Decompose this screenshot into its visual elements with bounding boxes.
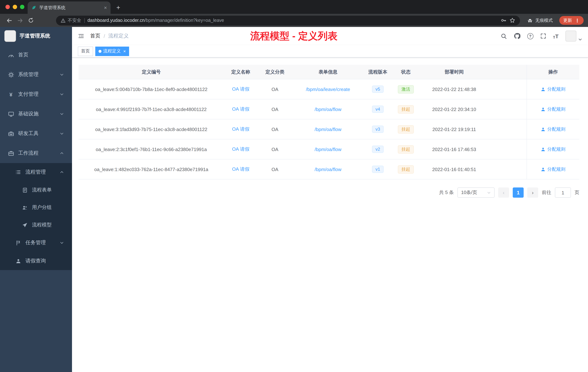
definition-name-link[interactable]: OA 请假 xyxy=(232,126,249,132)
github-icon[interactable] xyxy=(514,33,520,39)
workflow-submenu: 流程管理 流程表单 用户分组 xyxy=(0,163,72,270)
tag-close-icon[interactable]: × xyxy=(123,49,126,54)
form-link[interactable]: /bpm/oa/flow xyxy=(315,127,341,132)
user-menu[interactable] xyxy=(566,31,582,42)
sidebar-item-process-mgmt[interactable]: 流程管理 xyxy=(0,163,72,181)
header-definition-id: 定义编号 xyxy=(79,65,224,79)
fullscreen-icon[interactable] xyxy=(540,33,546,39)
breadcrumb: 首页 / 流程定义 xyxy=(90,33,129,39)
search-icon[interactable] xyxy=(501,33,507,39)
version-badge: v5 xyxy=(372,86,384,93)
menu-fold-button[interactable] xyxy=(78,33,84,39)
incognito-label: 无痕模式 xyxy=(535,17,553,23)
definition-table: 定义编号 定义名称 定义分类 表单信息 流程版本 状态 部署时间 操作 oa_l… xyxy=(79,65,579,179)
cell-deploy-time: 2022-01-22 21:48:38 xyxy=(420,79,489,99)
forward-button[interactable] xyxy=(15,16,25,25)
sidebar-item-home[interactable]: 首页 xyxy=(0,45,72,65)
font-size-icon[interactable]: TT xyxy=(553,33,558,39)
definition-name-link[interactable]: OA 请假 xyxy=(232,106,249,112)
window-close-button[interactable] xyxy=(5,5,10,9)
update-button[interactable]: 更新 ⋮ xyxy=(559,16,584,25)
table-row: oa_leave:1:482ec033-762a-11ec-8477-a2380… xyxy=(79,159,579,179)
header-definition-category: 定义分类 xyxy=(257,65,292,79)
browser-tab[interactable]: 芋道管理系统 × xyxy=(28,1,111,14)
status-badge: 挂起 xyxy=(398,145,414,153)
definition-name-link[interactable]: OA 请假 xyxy=(232,146,249,153)
pagination: 共 5 条 10条/页 ‹ 1 › 前往 页 xyxy=(79,187,579,198)
form-link[interactable]: /bpm/oa/flow xyxy=(315,107,341,112)
browser-toolbar: 不安全 dashboard.yudao.iocoder.cn/bpm/manag… xyxy=(0,14,588,27)
tag-current[interactable]: 流程定义 × xyxy=(95,46,129,56)
sidebar-item-system[interactable]: 系统管理 xyxy=(0,65,72,85)
sidebar-item-workflow[interactable]: 工作流程 xyxy=(0,143,72,163)
status-badge: 挂起 xyxy=(398,105,414,113)
page-size-value: 10条/页 xyxy=(461,189,477,196)
page-size-select[interactable]: 10条/页 xyxy=(457,187,494,198)
assign-rule-link[interactable]: 分配规则 xyxy=(541,86,566,92)
goto-page-input[interactable] xyxy=(555,187,571,198)
reload-button[interactable] xyxy=(26,16,36,25)
sidebar-item-leave-query[interactable]: 请假查询 xyxy=(0,252,72,270)
form-link[interactable]: /bpm/oa/leave/create xyxy=(306,87,350,92)
form-link[interactable]: /bpm/oa/flow xyxy=(315,146,341,152)
chevron-down-icon xyxy=(58,92,65,97)
tag-home[interactable]: 首页 xyxy=(78,46,93,56)
sidebar-item-user-group[interactable]: 用户分组 xyxy=(0,199,72,216)
window-minimize-button[interactable] xyxy=(13,5,17,9)
cell-category: OA xyxy=(257,99,292,119)
header-actions: 操作 xyxy=(526,65,579,79)
assign-rule-link[interactable]: 分配规则 xyxy=(541,146,566,152)
form-link[interactable]: /bpm/oa/flow xyxy=(315,166,341,172)
security-status[interactable]: 不安全 xyxy=(61,17,81,23)
briefcase-icon xyxy=(7,150,15,156)
next-page-button[interactable]: › xyxy=(527,187,538,198)
page-1-button[interactable]: 1 xyxy=(513,187,524,198)
assign-rule-link[interactable]: 分配规则 xyxy=(541,126,566,132)
cell-definition-id: oa_leave:3:1fad3d93-7b75-11ec-a3c8-acde4… xyxy=(79,119,224,139)
assign-rule-link[interactable]: 分配规则 xyxy=(541,166,566,172)
sidebar-item-infra[interactable]: 基础设施 xyxy=(0,104,72,124)
total-count: 共 5 条 xyxy=(439,189,454,196)
app-logo[interactable]: 芋道管理系统 xyxy=(0,27,72,45)
chevron-up-icon xyxy=(58,170,65,174)
page-content: 定义编号 定义名称 定义分类 表单信息 流程版本 状态 部署时间 操作 oa_l… xyxy=(72,57,588,198)
back-button[interactable] xyxy=(4,16,14,25)
header-status: 状态 xyxy=(392,65,420,79)
url-text: dashboard.yudao.iocoder.cn/bpm/manager/d… xyxy=(87,18,224,23)
sidebar-item-process-model[interactable]: 流程模型 xyxy=(0,216,72,234)
tags-view: 首页 流程定义 × xyxy=(72,45,588,57)
cell-deploy-time: 2022-01-22 19:19:11 xyxy=(420,119,489,139)
sidebar-item-payment[interactable]: ¥ 支付管理 xyxy=(0,85,72,104)
sidebar-item-devtools[interactable]: 研发工具 xyxy=(0,124,72,143)
monitor-icon xyxy=(7,111,15,117)
incognito-icon xyxy=(527,18,533,23)
version-badge: v4 xyxy=(372,106,384,113)
tab-title: 芋道管理系统 xyxy=(39,5,101,11)
sidebar: 芋道管理系统 首页 系统管理 ¥ 支付管理 xyxy=(0,27,72,372)
yen-icon: ¥ xyxy=(7,91,15,97)
definition-name-link[interactable]: OA 请假 xyxy=(232,86,249,92)
page-title: 流程模型 - 定义列表 xyxy=(250,30,337,43)
list-icon xyxy=(15,169,22,175)
password-key-icon[interactable] xyxy=(501,17,506,23)
sidebar-item-process-form[interactable]: 流程表单 xyxy=(0,181,72,199)
browser-menu-icon[interactable]: ⋮ xyxy=(575,18,580,23)
chevron-down-icon xyxy=(58,241,65,245)
window-zoom-button[interactable] xyxy=(20,5,24,9)
table-row: oa_leave:3:1fad3d93-7b75-11ec-a3c8-acde4… xyxy=(79,119,579,139)
gear-icon xyxy=(7,72,15,78)
cell-definition-id: oa_leave:5:004b710b-7b8a-11ec-8ef0-acde4… xyxy=(79,79,224,99)
bookmark-star-icon[interactable] xyxy=(509,17,515,23)
prev-page-button[interactable]: ‹ xyxy=(498,187,509,198)
definition-name-link[interactable]: OA 请假 xyxy=(232,166,249,173)
header-definition-name: 定义名称 xyxy=(224,65,257,79)
security-label: 不安全 xyxy=(68,17,81,23)
help-icon[interactable]: ? xyxy=(527,33,533,39)
sidebar-item-task-mgmt[interactable]: 任务管理 xyxy=(0,234,72,252)
assign-rule-link[interactable]: 分配规则 xyxy=(541,106,566,112)
tab-close-icon[interactable]: × xyxy=(104,5,107,11)
new-tab-button[interactable]: + xyxy=(116,4,120,11)
breadcrumb-home[interactable]: 首页 xyxy=(90,33,100,39)
avatar[interactable] xyxy=(566,31,576,42)
address-bar[interactable]: 不安全 dashboard.yudao.iocoder.cn/bpm/manag… xyxy=(56,15,520,25)
